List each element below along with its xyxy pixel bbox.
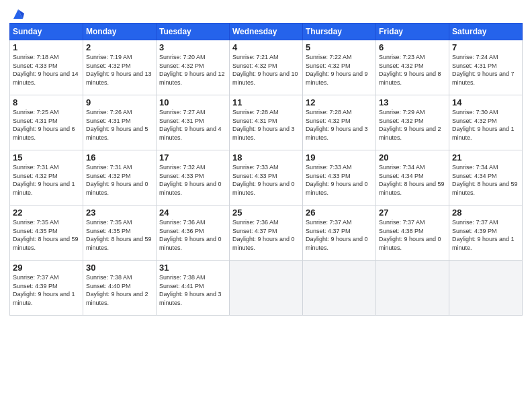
day-info: Sunrise: 7:31 AMSunset: 4:32 PMDaylight:… (86, 164, 148, 196)
calendar-week-row: 15 Sunrise: 7:31 AMSunset: 4:32 PMDaylig… (10, 150, 523, 205)
calendar-day-cell: 29 Sunrise: 7:37 AMSunset: 4:39 PMDaylig… (10, 261, 83, 316)
day-info: Sunrise: 7:37 AMSunset: 4:37 PMDaylight:… (306, 219, 368, 251)
day-info: Sunrise: 7:26 AMSunset: 4:31 PMDaylight:… (86, 109, 148, 141)
calendar-day-cell: 30 Sunrise: 7:38 AMSunset: 4:40 PMDaylig… (83, 261, 157, 316)
calendar-day-cell: 12 Sunrise: 7:28 AMSunset: 4:32 PMDaylig… (303, 95, 376, 150)
calendar-day-cell: 21 Sunrise: 7:34 AMSunset: 4:34 PMDaylig… (449, 150, 523, 205)
calendar-week-row: 1 Sunrise: 7:18 AMSunset: 4:33 PMDayligh… (10, 40, 523, 95)
calendar-day-cell: 25 Sunrise: 7:36 AMSunset: 4:37 PMDaylig… (230, 205, 303, 261)
calendar-day-cell: 2 Sunrise: 7:19 AMSunset: 4:32 PMDayligh… (83, 40, 157, 95)
day-info: Sunrise: 7:28 AMSunset: 4:31 PMDaylight:… (232, 109, 295, 141)
calendar-day-cell: 4 Sunrise: 7:21 AMSunset: 4:32 PMDayligh… (230, 40, 303, 95)
calendar-day-cell (303, 261, 376, 316)
day-info: Sunrise: 7:34 AMSunset: 4:34 PMDaylight:… (452, 164, 518, 196)
day-number: 23 (86, 208, 153, 218)
day-number: 29 (13, 263, 80, 273)
logo-icon (11, 7, 26, 21)
col-thursday: Thursday (303, 24, 376, 40)
col-friday: Friday (376, 24, 449, 40)
calendar-day-cell: 17 Sunrise: 7:32 AMSunset: 4:33 PMDaylig… (157, 150, 230, 205)
calendar-day-cell: 19 Sunrise: 7:33 AMSunset: 4:33 PMDaylig… (303, 150, 376, 205)
day-info: Sunrise: 7:38 AMSunset: 4:41 PMDaylight:… (159, 274, 222, 306)
day-number: 1 (13, 42, 80, 52)
day-number: 27 (379, 208, 446, 218)
day-number: 26 (306, 208, 373, 218)
day-number: 31 (159, 263, 226, 273)
calendar-week-row: 8 Sunrise: 7:25 AMSunset: 4:31 PMDayligh… (10, 95, 523, 150)
day-number: 17 (159, 152, 226, 163)
day-info: Sunrise: 7:30 AMSunset: 4:32 PMDaylight:… (452, 109, 515, 141)
day-number: 14 (452, 97, 519, 107)
day-number: 2 (86, 42, 153, 52)
col-tuesday: Tuesday (157, 24, 230, 40)
calendar-day-cell: 9 Sunrise: 7:26 AMSunset: 4:31 PMDayligh… (83, 95, 157, 150)
calendar-day-cell: 20 Sunrise: 7:34 AMSunset: 4:34 PMDaylig… (376, 150, 449, 205)
calendar-day-cell: 7 Sunrise: 7:24 AMSunset: 4:31 PMDayligh… (449, 40, 523, 95)
day-number: 25 (232, 208, 300, 218)
logo (9, 7, 26, 17)
day-number: 21 (452, 152, 519, 163)
day-info: Sunrise: 7:18 AMSunset: 4:33 PMDaylight:… (13, 54, 79, 86)
day-info: Sunrise: 7:35 AMSunset: 4:35 PMDaylight:… (13, 219, 79, 251)
calendar-day-cell: 8 Sunrise: 7:25 AMSunset: 4:31 PMDayligh… (10, 95, 83, 150)
day-number: 19 (306, 152, 373, 163)
day-info: Sunrise: 7:29 AMSunset: 4:32 PMDaylight:… (379, 109, 441, 141)
calendar-day-cell: 14 Sunrise: 7:30 AMSunset: 4:32 PMDaylig… (449, 95, 523, 150)
day-number: 15 (13, 152, 80, 163)
day-number: 22 (13, 208, 80, 218)
calendar-table: Sunday Monday Tuesday Wednesday Thursday… (9, 23, 523, 316)
calendar-day-cell: 6 Sunrise: 7:23 AMSunset: 4:32 PMDayligh… (376, 40, 449, 95)
day-info: Sunrise: 7:21 AMSunset: 4:32 PMDaylight:… (232, 54, 298, 86)
col-sunday: Sunday (10, 24, 83, 40)
day-number: 13 (379, 97, 446, 107)
col-monday: Monday (83, 24, 157, 40)
calendar-day-cell: 23 Sunrise: 7:35 AMSunset: 4:35 PMDaylig… (83, 205, 157, 261)
day-number: 8 (13, 97, 80, 107)
col-wednesday: Wednesday (230, 24, 303, 40)
day-number: 5 (306, 42, 373, 52)
day-info: Sunrise: 7:32 AMSunset: 4:33 PMDaylight:… (159, 164, 222, 196)
day-info: Sunrise: 7:24 AMSunset: 4:31 PMDaylight:… (452, 54, 515, 86)
calendar-day-cell: 5 Sunrise: 7:22 AMSunset: 4:32 PMDayligh… (303, 40, 376, 95)
day-info: Sunrise: 7:25 AMSunset: 4:31 PMDaylight:… (13, 109, 75, 141)
day-number: 20 (379, 152, 446, 163)
calendar-day-cell: 22 Sunrise: 7:35 AMSunset: 4:35 PMDaylig… (10, 205, 83, 261)
calendar-day-cell: 26 Sunrise: 7:37 AMSunset: 4:37 PMDaylig… (303, 205, 376, 261)
day-info: Sunrise: 7:20 AMSunset: 4:32 PMDaylight:… (159, 54, 225, 86)
day-info: Sunrise: 7:23 AMSunset: 4:32 PMDaylight:… (379, 54, 441, 86)
calendar-day-cell: 18 Sunrise: 7:33 AMSunset: 4:33 PMDaylig… (230, 150, 303, 205)
day-info: Sunrise: 7:35 AMSunset: 4:35 PMDaylight:… (86, 219, 152, 251)
day-number: 24 (159, 208, 226, 218)
calendar-day-cell (376, 261, 449, 316)
calendar-day-cell: 15 Sunrise: 7:31 AMSunset: 4:32 PMDaylig… (10, 150, 83, 205)
calendar-day-cell: 10 Sunrise: 7:27 AMSunset: 4:31 PMDaylig… (157, 95, 230, 150)
day-number: 12 (306, 97, 373, 107)
day-number: 11 (232, 97, 300, 107)
calendar-day-cell: 16 Sunrise: 7:31 AMSunset: 4:32 PMDaylig… (83, 150, 157, 205)
day-info: Sunrise: 7:28 AMSunset: 4:32 PMDaylight:… (306, 109, 368, 141)
day-info: Sunrise: 7:37 AMSunset: 4:38 PMDaylight:… (379, 219, 441, 251)
day-info: Sunrise: 7:33 AMSunset: 4:33 PMDaylight:… (306, 164, 368, 196)
day-number: 6 (379, 42, 446, 52)
calendar-day-cell: 24 Sunrise: 7:36 AMSunset: 4:36 PMDaylig… (157, 205, 230, 261)
day-number: 28 (452, 208, 519, 218)
calendar-day-cell (230, 261, 303, 316)
calendar-day-cell: 27 Sunrise: 7:37 AMSunset: 4:38 PMDaylig… (376, 205, 449, 261)
calendar-day-cell: 1 Sunrise: 7:18 AMSunset: 4:33 PMDayligh… (10, 40, 83, 95)
calendar-week-row: 22 Sunrise: 7:35 AMSunset: 4:35 PMDaylig… (10, 205, 523, 261)
calendar-day-cell (449, 261, 523, 316)
col-saturday: Saturday (449, 24, 523, 40)
day-number: 16 (86, 152, 153, 163)
day-info: Sunrise: 7:31 AMSunset: 4:32 PMDaylight:… (13, 164, 75, 196)
day-info: Sunrise: 7:36 AMSunset: 4:36 PMDaylight:… (159, 219, 222, 251)
day-number: 10 (159, 97, 226, 107)
calendar-day-cell: 11 Sunrise: 7:28 AMSunset: 4:31 PMDaylig… (230, 95, 303, 150)
calendar-day-cell: 13 Sunrise: 7:29 AMSunset: 4:32 PMDaylig… (376, 95, 449, 150)
calendar-day-cell: 3 Sunrise: 7:20 AMSunset: 4:32 PMDayligh… (157, 40, 230, 95)
calendar-day-cell: 28 Sunrise: 7:37 AMSunset: 4:39 PMDaylig… (449, 205, 523, 261)
day-number: 7 (452, 42, 519, 52)
day-number: 9 (86, 97, 153, 107)
calendar-header-row: Sunday Monday Tuesday Wednesday Thursday… (10, 24, 523, 40)
day-info: Sunrise: 7:37 AMSunset: 4:39 PMDaylight:… (452, 219, 515, 251)
day-info: Sunrise: 7:37 AMSunset: 4:39 PMDaylight:… (13, 274, 75, 306)
